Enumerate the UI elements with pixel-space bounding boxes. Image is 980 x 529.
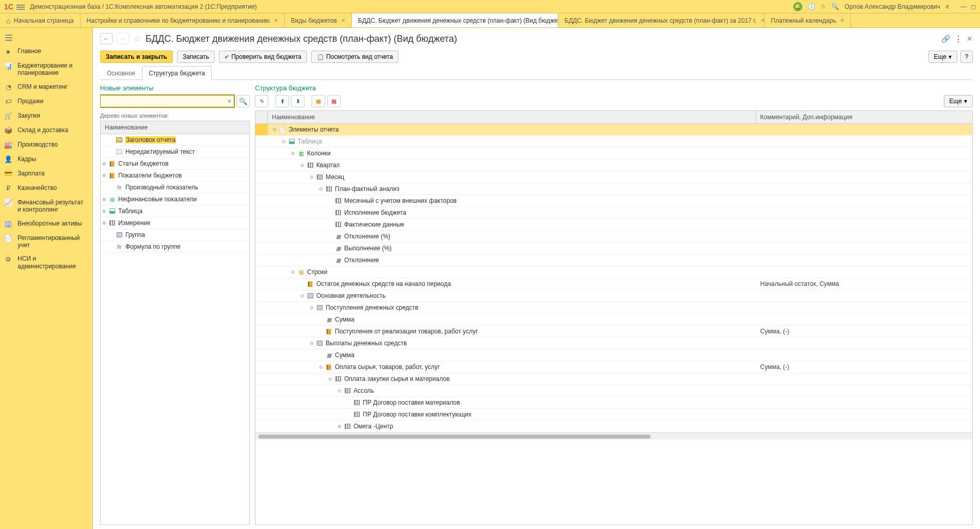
kebab-icon[interactable] [954, 34, 962, 44]
tree-row[interactable]: ▦Сумма [255, 314, 972, 326]
save-close-button[interactable]: Записать и закрыть [100, 51, 173, 63]
move-up-button[interactable]: ⬆ [276, 95, 289, 107]
tab-budget-types[interactable]: Виды бюджетов ✕ [285, 13, 352, 27]
tree-row[interactable]: ▦Отклонение (%) [255, 231, 972, 243]
search-input[interactable] [100, 95, 234, 107]
tab-bdds-2017[interactable]: БДДС. Бюджет движения денежных средств (… [558, 13, 765, 27]
search-button[interactable]: 🔍 [236, 95, 250, 107]
tree-row[interactable]: ⊖План-фактный анализ [255, 183, 972, 195]
sidebar-item-production[interactable]: 🏭Производство [0, 138, 92, 152]
tree-row[interactable]: Фактические данные [255, 219, 972, 231]
collapse-icon[interactable]: ⊖ [327, 376, 334, 381]
tree-row[interactable]: ⊖▤Строки [255, 266, 972, 278]
sidebar-item-crm[interactable]: ◔CRM и маркетинг [0, 80, 92, 94]
tree-row[interactable]: ⊖📄Элементы отчета [255, 124, 972, 136]
tree-row[interactable]: ▦Сумма [255, 349, 972, 361]
edit-button[interactable]: ✎ [255, 95, 268, 107]
subtab-structure[interactable]: Структура бюджета [142, 66, 212, 80]
sidebar-item-reg[interactable]: 📄Регламентированный учет [0, 231, 92, 252]
close-icon[interactable]: ✕ [761, 18, 765, 23]
sidebar-item-main[interactable]: ★Главное [0, 44, 92, 59]
sidebar-toggle[interactable] [0, 31, 92, 44]
sidebar-item-hr[interactable]: 👤Кадры [0, 152, 92, 167]
tree-row[interactable]: ⊖Таблица [255, 136, 972, 148]
tree-row[interactable]: ⊖Оплата закупки сырья и материалов [255, 373, 972, 385]
close-icon[interactable]: ✕ [274, 18, 278, 23]
tree-row[interactable]: ⊖Поступления денежных средств [255, 302, 972, 314]
collapse-icon[interactable]: ⊖ [317, 364, 325, 370]
tree-row[interactable]: 📙Остаток денежных средств на начало пери… [255, 278, 972, 290]
save-button[interactable]: Записать [177, 51, 215, 63]
tree-row[interactable]: ПР Договор поставки материалов [255, 397, 972, 409]
sidebar-item-assets[interactable]: 🏢Внеоборотные активы [0, 217, 92, 231]
forward-button[interactable]: → [117, 33, 129, 44]
collapse-icon[interactable]: ⊖ [280, 139, 287, 144]
sidebar-item-budget[interactable]: 📊Бюджетирование и планирование [0, 59, 92, 80]
tree-row[interactable]: 📙Поступления от реализации товаров, рабо… [255, 326, 972, 338]
tree-item[interactable]: Таблица [118, 207, 142, 215]
tree-item[interactable]: Заголовок отчета [125, 136, 176, 143]
tree-item[interactable]: Статьи бюджетов [118, 160, 169, 167]
tab-payment-calendar[interactable]: Платежный календарь ✕ [765, 13, 851, 27]
sidebar-item-salary[interactable]: 💳Зарплата [0, 167, 92, 181]
tab-settings-ref[interactable]: Настройки и справочники по бюджетировани… [81, 13, 285, 27]
collapse-icon[interactable]: ⊖ [299, 163, 306, 168]
search-icon[interactable]: 🔍 [831, 3, 839, 10]
move-down-button[interactable]: ⬇ [291, 95, 304, 107]
action1-button[interactable]: ▦ [312, 95, 325, 107]
tree-row[interactable]: ⊖▥Колонки [255, 148, 972, 159]
collapse-icon[interactable]: ⊖ [308, 341, 315, 346]
clear-search-button[interactable]: ✕ [224, 95, 234, 107]
sidebar-item-nsi[interactable]: ⚙НСИ и администрирование [0, 252, 92, 273]
tree-item[interactable]: Нефинансовые показатели [118, 196, 197, 203]
tree-item[interactable]: Производный показатель [125, 184, 198, 191]
tree-item[interactable]: Показатели бюджетов [118, 172, 182, 179]
elements-tree[interactable]: Наименование Заголовок отчета Нередактир… [100, 121, 250, 525]
expand-icon[interactable]: ⊕ [101, 173, 108, 178]
tree-row[interactable]: ⊖📙Оплата сырья, товаров, работ, услугСум… [255, 361, 972, 373]
collapse-icon[interactable]: ⊖ [271, 127, 278, 132]
expand-icon[interactable]: ⊕ [101, 197, 108, 202]
tree-row[interactable]: ⊖Основная деятельность [255, 290, 972, 302]
favorite-star-icon[interactable]: ☆ [133, 33, 141, 44]
horizontal-scrollbar[interactable] [255, 432, 972, 440]
back-button[interactable]: ← [100, 33, 113, 44]
collapse-icon[interactable]: ⊖ [317, 186, 325, 191]
link-icon[interactable] [941, 35, 950, 43]
tree-row[interactable]: Исполнение бюджета [255, 207, 972, 219]
collapse-icon[interactable]: ⊖ [290, 269, 297, 275]
more-button[interactable]: Еще ▾ [928, 51, 957, 63]
more-button[interactable]: Еще ▾ [944, 95, 973, 107]
user-name[interactable]: Орлов Александр Владимирович [844, 3, 940, 10]
tree-row[interactable]: ⊖Квартал [255, 159, 972, 171]
subtab-main[interactable]: Основное [100, 66, 142, 80]
check-button[interactable]: ✔Проверить вид бюджета [219, 51, 307, 63]
tree-row[interactable]: Месячный с учетом внешних факторов [255, 195, 972, 207]
help-button[interactable]: ? [960, 51, 973, 63]
expand-icon[interactable]: ⊕ [336, 424, 343, 429]
action2-button[interactable]: ▦ [327, 95, 341, 107]
sidebar-item-sales[interactable]: 🏷Продажи [0, 94, 92, 109]
close-icon[interactable]: ✕ [840, 18, 844, 23]
tree-row[interactable]: ПР Договор поставки комплектующих [255, 409, 972, 421]
tree-row[interactable]: ▦Отклонение [255, 254, 972, 266]
expand-icon[interactable]: ⊕ [101, 209, 108, 214]
close-page-icon[interactable]: ✕ [967, 35, 973, 43]
sidebar-item-treasury[interactable]: ₽Казначейство [0, 181, 92, 196]
tree-row[interactable]: ⊕Омега -Центр [255, 421, 972, 432]
tree-row[interactable]: ⊖Месяц [255, 171, 972, 183]
user-menu-icon[interactable]: ≡ [945, 3, 949, 10]
sidebar-item-fin[interactable]: 📈Финансовый результат и контроллинг [0, 196, 92, 217]
tree-item[interactable]: Измерение [118, 219, 150, 227]
tree-row[interactable]: ▦Выполнение (%) [255, 243, 972, 254]
sidebar-item-warehouse[interactable]: 📦Склад и доставка [0, 123, 92, 138]
collapse-icon[interactable]: ⊖ [299, 293, 306, 298]
minimize-icon[interactable]: — [960, 3, 967, 10]
maximize-icon[interactable]: ◻ [971, 3, 976, 10]
structure-tree[interactable]: Наименование Комментарий, Доп.информация… [255, 110, 973, 525]
expand-icon[interactable]: ⊕ [101, 161, 108, 166]
tree-item[interactable]: Формула по группе [125, 243, 181, 250]
close-icon[interactable]: ✕ [341, 18, 345, 23]
favorite-icon[interactable]: ☆ [821, 3, 826, 10]
tree-item[interactable]: Группа [125, 231, 145, 238]
